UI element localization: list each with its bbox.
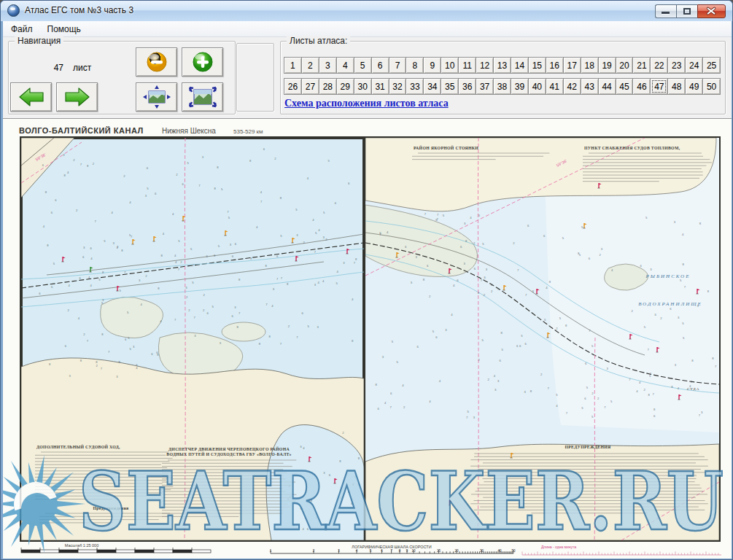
client-area: Файл Помощь Навигация 47 лист [3,21,732,559]
minimize-button[interactable] [655,4,676,18]
next-sheet-button[interactable] [56,82,98,112]
sheet-button-21[interactable]: 21 [632,57,651,74]
watermark-text: SEATRACKER.RU [79,454,724,548]
zoom-in-button[interactable] [182,47,223,77]
sheet-button-47[interactable]: 47 [650,78,668,95]
sheet-button-33[interactable]: 33 [406,78,424,95]
arrow-left-icon [18,87,44,107]
sheet-button-29[interactable]: 29 [336,78,354,95]
separator-panel [236,43,274,112]
sheet-button-3[interactable]: 3 [319,57,337,74]
additional-channel-heading: ДОПОЛНИТЕЛЬНЫЙ СУДОВОЙ ХОД, [36,444,120,449]
plus-circle-icon [192,51,214,73]
sheet-button-37[interactable]: 37 [476,78,494,95]
zoom-out-button[interactable] [136,47,177,77]
sheet-button-12[interactable]: 12 [476,57,494,74]
app-icon [7,4,20,17]
sheet-row-2: 2627282930313233343536373839404142434445… [284,78,721,95]
sheet-row-1: 1234567891011121314151617181920212223242… [284,57,721,74]
sheet-button-24[interactable]: 24 [685,57,703,74]
sheet-button-9[interactable]: 9 [423,57,441,74]
svg-text:20: 20 [454,549,459,553]
navigation-group-label: Навигация [15,36,63,46]
minimize-icon [662,12,670,14]
sheet-button-5[interactable]: 5 [354,57,372,74]
watermark: SEATRACKER.RU [3,454,724,553]
chart-km-range: 535-529 км [233,128,263,135]
sheet-button-42[interactable]: 42 [563,78,581,95]
svg-text:10: 10 [411,549,416,553]
close-button[interactable] [697,4,726,18]
sheet-button-40[interactable]: 40 [528,78,546,95]
sheet-button-10[interactable]: 10 [441,57,459,74]
maximize-button[interactable] [676,4,697,18]
svg-text:30: 30 [480,549,484,553]
sheet-button-31[interactable]: 31 [371,78,389,95]
svg-text:4: 4 [356,549,358,553]
sheet-button-43[interactable]: 43 [581,78,599,95]
sheet-layout-scheme-link[interactable]: Схема расположения листов атласа [284,98,449,109]
sheet-button-8[interactable]: 8 [406,57,424,74]
menu-bar: Файл Помощь [3,21,732,37]
svg-text:1: 1 [270,549,272,553]
sheet-button-49[interactable]: 49 [685,78,703,95]
arrow-right-icon [64,87,90,107]
fit-image-icon [189,85,217,109]
sheet-button-44[interactable]: 44 [598,78,616,95]
menu-file[interactable]: Файл [4,22,39,36]
pan-image-icon [143,85,171,109]
window-title: Атлас ЕГС том №3 часть 3 [25,5,133,15]
sheet-button-2[interactable]: 2 [301,57,319,74]
sheet-button-25[interactable]: 25 [702,57,721,74]
actual-size-button[interactable] [136,82,177,112]
sheet-button-23[interactable]: 23 [667,57,686,74]
sheet-button-13[interactable]: 13 [493,57,511,74]
sheet-button-19[interactable]: 19 [598,57,616,74]
chart-title: ВОЛГО-БАЛТИЙСКИЙ КАНАЛ [19,126,144,135]
reservoir-label-1: РЫБИНСКОЕ [645,273,691,279]
sheet-button-30[interactable]: 30 [354,78,372,95]
sheet-button-27[interactable]: 27 [301,78,319,95]
sheet-button-16[interactable]: 16 [546,57,564,74]
sheet-button-14[interactable]: 14 [511,57,529,74]
sheet-number-caption: лист [73,63,91,73]
sheet-button-22[interactable]: 22 [650,57,668,74]
svg-text:15: 15 [437,549,441,553]
close-icon [698,5,725,18]
prev-sheet-button[interactable] [10,82,52,112]
sheet-button-46[interactable]: 46 [632,78,651,95]
chart-subtitle: Нижняя Шексна [162,127,216,135]
svg-text:3: 3 [338,549,340,553]
sheet-button-28[interactable]: 28 [319,78,337,95]
menu-help[interactable]: Помощь [41,22,88,36]
sheet-button-34[interactable]: 34 [423,78,441,95]
sheet-button-20[interactable]: 20 [616,57,634,74]
minus-circle-icon [146,51,168,73]
sheet-button-41[interactable]: 41 [546,78,564,95]
sheet-button-18[interactable]: 18 [581,57,599,74]
sheet-button-45[interactable]: 45 [616,78,634,95]
sheet-button-32[interactable]: 32 [389,78,407,95]
sheet-button-26[interactable]: 26 [284,78,302,95]
fuel-point-heading: ПУНКТ СНАБЖЕНИЯ СУДОВ ТОПЛИВОМ, [584,146,680,150]
sheet-button-15[interactable]: 15 [528,57,546,74]
sheet-button-50[interactable]: 50 [702,78,721,95]
sheet-button-38[interactable]: 38 [493,78,511,95]
svg-text:2: 2 [313,549,315,553]
sheet-button-1[interactable]: 1 [284,57,302,74]
sheet-button-39[interactable]: 39 [511,78,529,95]
sheet-button-7[interactable]: 7 [389,57,407,74]
app-window: Атлас ЕГС том №3 часть 3 Файл Помощь Нав… [0,0,733,560]
sheet-button-4[interactable]: 4 [336,57,354,74]
sheet-button-36[interactable]: 36 [458,78,476,95]
title-bar[interactable]: Атлас ЕГС том №3 часть 3 [1,1,732,21]
svg-text:50: 50 [511,549,516,553]
svg-text:9: 9 [406,549,408,553]
chart-viewport[interactable]: ВОЛГО-БАЛТИЙСКИЙ КАНАЛ Нижняя Шексна 535… [3,119,732,559]
fit-to-window-button[interactable] [182,82,223,112]
sheet-button-11[interactable]: 11 [458,57,476,74]
sheet-button-6[interactable]: 6 [371,57,389,74]
sheet-button-35[interactable]: 35 [441,78,459,95]
sheet-button-48[interactable]: 48 [667,78,686,95]
sheet-button-17[interactable]: 17 [563,57,581,74]
